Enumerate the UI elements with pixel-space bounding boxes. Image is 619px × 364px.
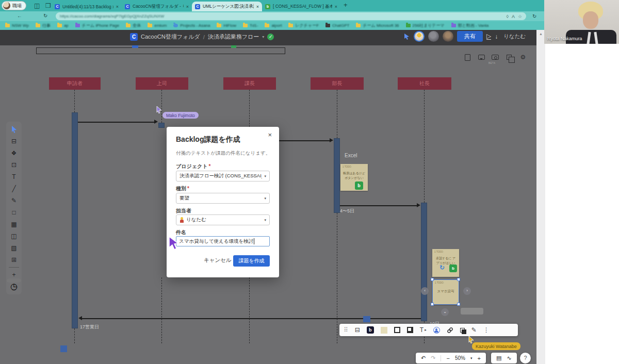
activation-bar[interactable] — [421, 203, 427, 321]
connector-handle[interactable]: ⌄ — [441, 308, 449, 316]
collaborator-avatar[interactable] — [428, 31, 439, 42]
collaborator-avatar[interactable] — [443, 31, 453, 42]
selection-handle[interactable] — [431, 303, 434, 306]
video-call-icon[interactable] — [490, 53, 500, 62]
shadow-style-icon[interactable] — [407, 327, 413, 333]
canvas-text[interactable]: Excel — [345, 153, 357, 158]
bookmark-item[interactable]: 256社まりテーマ — [406, 23, 445, 28]
comment-tool[interactable]: ⊞ — [9, 255, 19, 264]
backlog-link-badge[interactable]: b — [355, 181, 363, 190]
backlog-link-badge[interactable]: b — [449, 264, 457, 272]
canvas-text[interactable]: 17営業日 — [80, 324, 99, 330]
browser-tab-2[interactable]: C CacooCN登壇フォルダ - りなたむ - × — [122, 2, 192, 11]
bookmark-item[interactable]: 仕事 — [36, 23, 51, 28]
select-tool[interactable] — [9, 125, 19, 134]
share-button[interactable]: 共有 — [457, 31, 483, 42]
extension-icon[interactable]: ↻ — [532, 13, 536, 19]
lane-header[interactable]: 課長 — [223, 77, 276, 90]
connector-handle[interactable]: › — [463, 287, 471, 295]
page-scrollbar[interactable]: ▲ — [536, 30, 545, 364]
export-icon[interactable]: ↓ — [495, 33, 498, 40]
browser-tab-3-active[interactable]: C UMLシーケンス図:決済承認業務フロ × — [192, 2, 262, 11]
diagram-frame[interactable] — [36, 47, 285, 54]
current-user-name[interactable]: りなたむ — [503, 33, 526, 40]
sticky-note[interactable]: 1 TODO: 帳票はあるけど ボタンがない — [340, 164, 368, 191]
zoom-out-button[interactable]: − — [446, 355, 449, 361]
browser-tab-1[interactable]: C Untitled(4):11/13 Backlog x Caco × — [52, 2, 122, 11]
selection-handle[interactable] — [457, 278, 460, 281]
timer-tool[interactable]: ◷ — [10, 282, 18, 291]
mockup-tool[interactable]: ◫ — [9, 231, 19, 241]
project-select[interactable]: 決済承認フロー検討 (CONS_KESSAI_FL... ▾ — [176, 171, 270, 181]
bookmark-item[interactable]: emium — [148, 23, 167, 28]
create-issue-button[interactable]: 課題を作成 — [233, 255, 270, 267]
chevron-down-icon[interactable]: ▾ — [470, 356, 473, 360]
collaborator-avatar[interactable] — [414, 31, 425, 42]
backlog-icon[interactable]: b — [367, 326, 374, 334]
laser-pointer-icon[interactable] — [403, 33, 410, 40]
zoom-in-button[interactable]: + — [477, 355, 480, 361]
new-tab-button[interactable]: + — [344, 1, 348, 9]
scroll-up-icon[interactable]: ▲ — [539, 32, 543, 36]
activation-bar[interactable] — [334, 138, 340, 213]
comments-icon[interactable] — [476, 53, 486, 62]
border-style-icon[interactable] — [394, 327, 400, 333]
browser-tab-4[interactable]: b [ CONS_KESSAI_FLOW ] 基本設定 × — [262, 2, 340, 11]
cancel-button[interactable]: キャンセル — [204, 257, 232, 264]
assignee-select[interactable]: りなたむ ▾ — [176, 214, 270, 225]
tag-icon[interactable]: ◊ — [506, 14, 508, 19]
bookmark-item[interactable]: HiFlow — [217, 23, 236, 28]
present-icon[interactable]: ▷ — [486, 33, 491, 40]
bookmark-item[interactable]: 部と動画 - Vanta — [451, 23, 489, 28]
sticky-note-selected[interactable]: 1 TODO: スマホ貸与 — [432, 279, 459, 305]
pen-tool[interactable]: ✎ — [9, 196, 19, 205]
settings-gear-icon[interactable]: ⚙ — [518, 53, 528, 62]
activation-bar[interactable] — [72, 112, 78, 328]
close-icon[interactable]: × — [268, 131, 272, 139]
lane-header[interactable]: 申請者 — [49, 77, 101, 90]
lane-header[interactable]: 上司 — [136, 77, 188, 90]
breadcrumb-document[interactable]: 決済承認業務フロー — [208, 33, 259, 41]
help-button[interactable]: ? — [520, 353, 531, 363]
card-style-icon[interactable]: ⊟ — [355, 326, 360, 334]
bookmark-item[interactable]: レクチャーF — [288, 23, 319, 28]
tab-close-icon[interactable]: × — [335, 4, 337, 9]
connector-handle[interactable]: ‹ — [421, 287, 429, 295]
browser-profile-chip[interactable]: 職場 — [2, 1, 26, 10]
redo-icon[interactable]: ↷ — [431, 355, 435, 361]
bookmark-item[interactable]: Td1- — [243, 23, 258, 28]
bookmark-item[interactable]: ChatGPT — [325, 23, 349, 28]
bookmark-item[interactable]: チーム Microsoft 36 — [356, 23, 399, 28]
fill-color-swatch[interactable] — [381, 327, 387, 334]
breadcrumb[interactable]: C CacooCN登壇フォルダ / 決済承認業務フロー ▾ ✓ — [130, 33, 274, 41]
undo-icon[interactable]: ↶ — [421, 355, 426, 361]
back-icon[interactable]: ← — [17, 13, 22, 19]
message-arrow[interactable] — [78, 122, 156, 123]
bookmark-item[interactable]: チーム iPhone Page — [75, 23, 119, 28]
selection-handle[interactable] — [431, 278, 434, 281]
text-tool[interactable]: T — [9, 172, 19, 181]
line-tool[interactable]: ╱ — [9, 184, 19, 193]
tab-close-icon[interactable]: × — [256, 4, 259, 9]
text-style-icon[interactable]: T▸ — [420, 326, 427, 334]
more-options-icon[interactable]: ⋮ — [483, 326, 490, 334]
bookmark-item[interactable]: ap — [57, 23, 69, 28]
lane-header[interactable]: 社長 — [398, 77, 451, 90]
diagram-shape[interactable] — [363, 316, 370, 322]
tab-search-icon[interactable]: ❒ — [45, 2, 51, 10]
duplicate-icon[interactable] — [460, 328, 465, 333]
shapes-tool[interactable]: ❖ — [9, 148, 19, 158]
activation-bar[interactable] — [158, 123, 165, 128]
tab-close-icon[interactable]: × — [186, 4, 189, 9]
breadcrumb-folder[interactable]: CacooCN登壇フォルダ — [141, 33, 200, 41]
activity-icon[interactable]: ∿ — [507, 355, 511, 361]
assignee-icon[interactable] — [433, 327, 440, 334]
diagram-shape[interactable] — [60, 345, 67, 352]
workspaces-icon[interactable]: ◫ — [34, 2, 40, 10]
selection-handle[interactable] — [457, 303, 460, 306]
sticky-note[interactable]: 1 TODO: 承認するに アプリがほしい — [432, 249, 459, 277]
layers-icon[interactable] — [504, 53, 514, 62]
style-pen-icon[interactable]: ✎ — [471, 326, 477, 334]
card-tool[interactable]: ⊟ — [9, 137, 19, 146]
reader-mode-icon[interactable]: A — [512, 14, 515, 19]
